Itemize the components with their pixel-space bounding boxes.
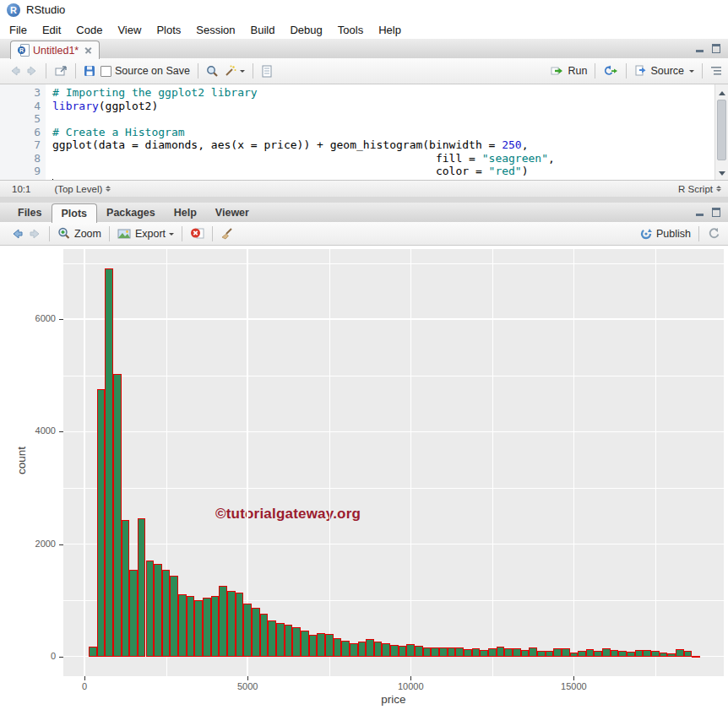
find-replace-button[interactable] [204, 63, 221, 79]
notebook-icon [261, 65, 273, 78]
menu-item-help[interactable]: Help [371, 22, 409, 38]
gridline-major-v [573, 249, 575, 676]
rerun-icon [603, 65, 618, 77]
tab-plots[interactable]: Plots [52, 203, 98, 223]
rerun-button[interactable] [600, 63, 621, 79]
scroll-down-button[interactable] [715, 168, 728, 180]
histogram-bar [187, 596, 195, 656]
line-number: 3 [0, 86, 41, 100]
compile-report-button[interactable] [258, 63, 275, 79]
histogram-bar [211, 596, 220, 657]
histogram-bar [268, 620, 276, 656]
code-line: 8 fill = "seagreen", [0, 152, 728, 165]
histogram-bar [162, 570, 171, 657]
histogram-bar [692, 656, 700, 658]
menu-item-edit[interactable]: Edit [35, 22, 68, 38]
menu-bar: FileEditCodeViewPlotsSessionBuildDebugTo… [0, 20, 728, 39]
source-menu-button[interactable] [687, 65, 697, 77]
x-axis-tick-label: 15000 [544, 681, 603, 691]
plots-pane-maximize-button[interactable] [711, 208, 721, 217]
menu-item-view[interactable]: View [110, 22, 149, 38]
source-tabstrip: R Untitled1* [0, 39, 728, 58]
export-button[interactable]: Export [115, 226, 177, 241]
histogram-bar [399, 646, 407, 656]
back-arrow-icon [11, 228, 24, 240]
pane-maximize-button[interactable] [711, 44, 721, 53]
back-button[interactable] [7, 63, 24, 79]
code-editor[interactable]: 3# Importing the ggplot2 library4library… [0, 84, 728, 180]
menu-item-debug[interactable]: Debug [282, 22, 329, 38]
menu-item-file[interactable]: File [2, 22, 35, 38]
zoom-button[interactable]: Zoom [55, 225, 104, 241]
source-toolbar: Source on Save Run Source [0, 58, 728, 84]
editor-scrollbar[interactable] [714, 84, 728, 180]
histogram-bar [439, 647, 448, 657]
source-on-save-checkbox[interactable]: Source on Save [98, 63, 193, 79]
scroll-up-button[interactable] [715, 84, 728, 96]
title-bar: R RStudio [0, 0, 728, 20]
open-in-new-window-button[interactable] [52, 63, 70, 79]
source-button[interactable]: Source [632, 63, 687, 79]
next-plot-button[interactable] [26, 226, 44, 241]
tab-files[interactable]: Files [8, 203, 52, 222]
tab-help[interactable]: Help [165, 203, 206, 222]
x-axis-tick [573, 676, 574, 680]
refresh-plot-button[interactable] [704, 225, 723, 241]
histogram-bar [170, 576, 178, 657]
code-segment-plain: , [522, 138, 529, 151]
histogram-bar [292, 627, 301, 657]
remove-plot-button[interactable] [187, 225, 207, 241]
pane-divider[interactable] [0, 197, 728, 203]
code-text: color = "red") [52, 165, 529, 178]
scope-selector[interactable]: (Top Level) [54, 184, 102, 194]
histogram-bar [415, 646, 423, 657]
forward-button[interactable] [24, 63, 41, 79]
run-button[interactable]: Run [548, 63, 589, 79]
histogram-bar [472, 648, 481, 657]
menu-item-plots[interactable]: Plots [149, 22, 188, 38]
menu-item-session[interactable]: Session [188, 22, 242, 38]
histogram-bar [529, 647, 537, 657]
plots-pane-minimize-button[interactable] [695, 208, 705, 217]
forward-arrow-icon [29, 228, 41, 240]
x-axis-tick [410, 676, 411, 680]
run-icon [551, 65, 564, 77]
source-label: Source [650, 65, 684, 77]
code-line: 5 [0, 112, 728, 126]
menu-item-build[interactable]: Build [243, 22, 283, 38]
histogram-bar [488, 648, 497, 657]
scrollbar-thumb[interactable] [717, 100, 726, 160]
tab-viewer[interactable]: Viewer [206, 203, 258, 222]
histogram-bar [358, 642, 367, 656]
line-number: 7 [0, 138, 41, 152]
code-line: 7ggplot(data = diamonds, aes(x = price))… [0, 138, 728, 152]
tab-packages[interactable]: Packages [97, 203, 165, 222]
line-number: 4 [0, 100, 41, 113]
pane-minimize-button[interactable] [695, 44, 705, 53]
menu-item-code[interactable]: Code [68, 22, 110, 38]
tab-close-icon[interactable] [84, 46, 92, 54]
document-outline-button[interactable] [708, 64, 725, 78]
histogram-bar [113, 374, 122, 657]
histogram-bar [276, 623, 285, 656]
window-title: RStudio [26, 0, 65, 20]
code-segment-plain: ) [522, 165, 529, 177]
histogram-bar [480, 650, 488, 656]
histogram-bar [260, 614, 269, 657]
save-button[interactable] [81, 63, 98, 79]
previous-plot-button[interactable] [8, 226, 26, 241]
document-tab[interactable]: R Untitled1* [10, 41, 100, 59]
histogram-bar [122, 520, 130, 657]
histogram-bar [227, 591, 236, 657]
menu-item-tools[interactable]: Tools [330, 22, 371, 38]
save-icon [84, 65, 95, 77]
histogram-bar [455, 647, 464, 657]
rstudio-logo-icon: R [7, 3, 20, 17]
histogram-bar [105, 268, 113, 656]
gridline-major-h [63, 318, 724, 320]
publish-button[interactable]: Publish [637, 225, 693, 242]
rstudio-window: R RStudio FileEditCodeViewPlotsSessionBu… [0, 0, 728, 715]
file-type-selector[interactable]: R Script [678, 184, 713, 194]
code-tools-button[interactable] [221, 63, 247, 79]
clear-all-plots-button[interactable] [218, 225, 236, 241]
